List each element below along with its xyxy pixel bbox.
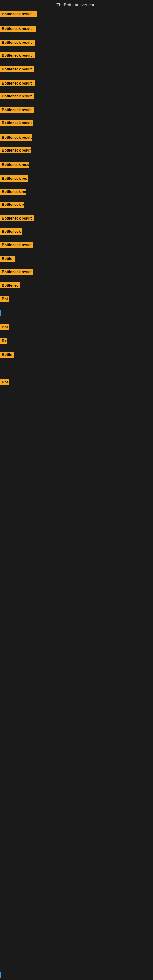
bottleneck-item[interactable]: Bottle bbox=[0, 352, 14, 359]
bottleneck-badge: Bottleneck result bbox=[0, 134, 32, 140]
bottleneck-badge: Bottleneck result bbox=[0, 215, 33, 221]
bottleneck-badge: Bottleneck result bbox=[0, 66, 34, 72]
bottleneck-item[interactable]: Bottleneck result bbox=[0, 80, 35, 88]
bottleneck-badge: Bottleneck result bbox=[0, 40, 35, 46]
bottleneck-badge: Bottleneck result bbox=[0, 242, 33, 248]
bottleneck-badge: Bottlenec bbox=[0, 282, 20, 288]
bottleneck-item[interactable]: Bottleneck result bbox=[0, 52, 35, 60]
bottleneck-badge: Bottleneck result bbox=[0, 107, 33, 113]
bottleneck-item[interactable]: Bottleneck result bbox=[0, 66, 34, 73]
bottleneck-item[interactable]: Bot bbox=[0, 379, 9, 387]
bottleneck-item[interactable]: Bottleneck result bbox=[0, 11, 37, 18]
bottleneck-item[interactable]: Bottleneck result bbox=[0, 134, 32, 142]
bottleneck-item[interactable]: Bottlenec bbox=[0, 282, 20, 290]
bottleneck-item[interactable]: Bottleneck result bbox=[0, 107, 33, 114]
bottleneck-badge: Bot bbox=[0, 324, 9, 330]
bottleneck-item[interactable]: Bottleneck result bbox=[0, 120, 33, 127]
bottleneck-badge: Bottleneck bbox=[0, 229, 22, 235]
bottleneck-item[interactable]: Bottleneck result bbox=[0, 93, 33, 100]
bottleneck-badge: Bot bbox=[0, 296, 9, 302]
bottleneck-item[interactable]: Bottleneck result bbox=[0, 40, 35, 47]
bottleneck-badge: Bottle bbox=[0, 352, 14, 358]
bottleneck-item[interactable]: Bottleneck result bbox=[0, 26, 36, 33]
cursor-line bbox=[0, 310, 1, 317]
site-title: TheBottlenecker.com bbox=[0, 0, 153, 10]
bottleneck-item[interactable]: Bottleneck res bbox=[0, 175, 27, 183]
bottleneck-badge: Bottleneck result bbox=[0, 11, 37, 17]
bottleneck-badge: Bottleneck result bbox=[0, 26, 36, 32]
bottleneck-item[interactable]: Bottleneck re bbox=[0, 202, 24, 209]
bottleneck-item[interactable]: Bottleneck result bbox=[0, 147, 30, 155]
bottleneck-badge: Bottleneck result bbox=[0, 80, 35, 86]
bottleneck-item[interactable]: Bottleneck result bbox=[0, 269, 33, 276]
bottleneck-item[interactable]: Bottleneck result bbox=[0, 242, 33, 249]
bottleneck-badge: Bottleneck result bbox=[0, 120, 33, 126]
bottleneck-badge: Bottleneck result bbox=[0, 147, 30, 153]
bottleneck-item[interactable]: Bot bbox=[0, 296, 9, 303]
bottleneck-item[interactable]: Bo bbox=[0, 338, 7, 345]
cursor-line bbox=[0, 972, 1, 978]
bottleneck-badge: Bottleneck res bbox=[0, 175, 27, 181]
bottleneck-item[interactable]: Bottleneck res bbox=[0, 189, 26, 196]
bottleneck-badge: Bo bbox=[0, 338, 7, 344]
bottleneck-item[interactable]: Bot bbox=[0, 324, 9, 331]
bottleneck-item[interactable]: Bottleneck bbox=[0, 229, 22, 236]
bottleneck-badge: Bottleneck result bbox=[0, 93, 33, 99]
bottleneck-badge: Bottleneck result bbox=[0, 269, 33, 275]
bottleneck-item[interactable]: Bottleneck result bbox=[0, 215, 33, 223]
bottleneck-badge: Bottleneck re bbox=[0, 202, 24, 208]
bottleneck-badge: Bottleneck res bbox=[0, 189, 26, 195]
bottleneck-badge: Bottleneck result bbox=[0, 52, 35, 59]
bottleneck-badge: Bot bbox=[0, 379, 9, 385]
bottleneck-badge: Bottleneck resu bbox=[0, 162, 29, 168]
bottleneck-item[interactable]: Bottle bbox=[0, 256, 15, 263]
bottleneck-badge: Bottle bbox=[0, 256, 15, 262]
bottleneck-item[interactable]: Bottleneck resu bbox=[0, 162, 29, 169]
